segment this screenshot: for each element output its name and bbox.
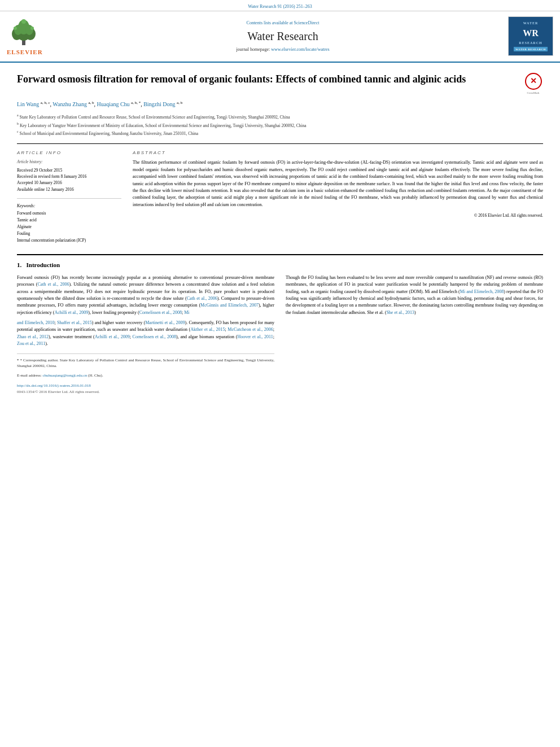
homepage-url[interactable]: www.elsevier.com/locate/watres xyxy=(271,47,329,52)
ref-cath-2006b[interactable]: Cath et al., 2006 xyxy=(187,296,217,301)
ref-akther-2015[interactable]: Akther et al., 2015 xyxy=(190,327,225,332)
ref-she-2013[interactable]: She et al., 2013 xyxy=(386,310,414,315)
sciencedirect-link[interactable]: ScienceDirect xyxy=(294,20,320,25)
kw-1: Forward osmosis xyxy=(17,210,121,217)
svg-point-5 xyxy=(14,25,22,35)
ref-and-elimelech-2010[interactable]: and Elimelech, 2010 xyxy=(17,320,55,325)
crossmark-label: CrossMark xyxy=(527,91,539,95)
ref-cornelissen-2008b[interactable]: Cornelissen et al., 2008 xyxy=(133,334,176,339)
article-title-section: Forward osmosis filtration for removal o… xyxy=(17,73,543,95)
ref-hoover-2011[interactable]: Hoover et al., 2011 xyxy=(237,334,273,339)
history-section: Article history: Received 29 October 201… xyxy=(17,159,121,193)
author-bingzhi-dong[interactable]: Bingzhi Dong xyxy=(143,101,175,107)
svg-point-8 xyxy=(30,27,34,30)
svg-point-7 xyxy=(14,27,17,30)
author-wanzhu-zhang[interactable]: Wanzhu Zhang xyxy=(53,101,87,107)
available: Available online 12 January 2016 xyxy=(17,186,121,193)
author-bingzhi-dong-sup: a, b xyxy=(177,101,182,105)
copyright-line: © 2016 Elsevier Ltd. All rights reserved… xyxy=(133,213,543,219)
authors-line: Lin Wang a, b, c, Wanzhu Zhang a, b, Hua… xyxy=(17,101,543,108)
ref-cornelissen-2008[interactable]: Cornelissen et al., 2008 xyxy=(139,310,182,315)
affil-a: a State Key Laboratory of Pollution Cont… xyxy=(17,113,543,120)
footnote-email-link[interactable]: chuhuaqiang@tongji.edu.cn xyxy=(43,373,88,378)
homepage-line: journal homepage: www.elsevier.com/locat… xyxy=(58,46,508,53)
ref-mi-2010[interactable]: Mi xyxy=(184,310,189,315)
received: Received 29 October 2015 xyxy=(17,167,121,173)
author-lin-wang-sup: a, b, c xyxy=(41,101,50,105)
intro-two-col: Forward osmosis (FO) has recently become… xyxy=(17,274,543,395)
history-label: Article history: xyxy=(17,159,121,165)
intro-para-2: and Elimelech, 2010; Shaffer et al., 201… xyxy=(17,320,274,348)
footnote-email: E-mail address: chuhuaqiang@tongji.edu.c… xyxy=(17,373,274,379)
copy-footer: 0043-1354/© 2016 Elsevier Ltd. All right… xyxy=(17,389,274,395)
intro-right-para-1: Though the FO fouling has been evaluated… xyxy=(286,274,543,316)
elsevier-label: ELSEVIER xyxy=(7,48,43,56)
section-title: 1. Introduction xyxy=(17,261,543,269)
accepted: Accepted 10 January 2016 xyxy=(17,180,121,186)
journal-center: Contents lists available at ScienceDirec… xyxy=(58,20,508,53)
divider xyxy=(17,198,121,199)
wr-logo-water: WATER xyxy=(523,21,539,25)
svg-point-9 xyxy=(21,19,26,24)
footnote-star: * xyxy=(17,358,19,362)
abstract-heading: ABSTRACT xyxy=(133,150,543,156)
article-content: Forward osmosis filtration for removal o… xyxy=(0,63,560,401)
crossmark-icon[interactable]: ✕ xyxy=(525,73,542,90)
section-name: Introduction xyxy=(27,261,60,268)
author-huaqiang-chu[interactable]: Huaqiang Chu xyxy=(97,101,130,107)
kw-4: Fouling xyxy=(17,230,121,237)
received-revised: Received in revised form 8 January 2016 xyxy=(17,173,121,180)
crossmark: ✕ CrossMark xyxy=(523,73,543,95)
ref-martinetti-2009[interactable]: Martinetti et al., 2009 xyxy=(145,320,185,325)
article-title: Forward osmosis filtration for removal o… xyxy=(17,73,518,86)
wr-logo-wr: WR xyxy=(523,27,539,40)
ref-achilli-2009[interactable]: Achilli et al., 2009 xyxy=(54,310,88,315)
elsevier-tree-icon xyxy=(7,16,41,47)
journal-title-header: Water Research xyxy=(58,28,508,44)
journal-ref: Water Research 91 (2016) 251–263 xyxy=(248,4,312,9)
wr-logo-research: RESEARCH xyxy=(519,41,542,45)
doi-link[interactable]: http://dx.doi.org/10.1016/j.watres.2016.… xyxy=(17,383,91,388)
intro-para-1: Forward osmosis (FO) has recently become… xyxy=(17,274,274,316)
svg-point-6 xyxy=(25,25,33,35)
ref-zou-2011[interactable]: Zou et al., 2011 xyxy=(17,341,45,346)
ref-mi-elimelech-2008[interactable]: Mi and Elimelech, 2008 xyxy=(460,289,504,294)
keywords-section: Keywords: Forward osmosis Tannic acid Al… xyxy=(17,203,121,244)
footnote-corresponding: * * Corresponding author. State Key Labo… xyxy=(17,357,274,369)
author-wanzhu-zhang-sup: a, b xyxy=(88,101,94,105)
affil-b: b Key Laboratory of Yangtze Water Enviro… xyxy=(17,121,543,129)
footnote-area: * * Corresponding author. State Key Labo… xyxy=(17,353,274,379)
ref-shaffer-2015[interactable]: Shaffer et al., 2015 xyxy=(57,320,92,325)
ref-achilli-2009b[interactable]: Achilli et al., 2009 xyxy=(95,334,130,339)
intro-left: Forward osmosis (FO) has recently become… xyxy=(17,274,274,395)
introduction-section: 1. Introduction Forward osmosis (FO) has… xyxy=(17,254,543,395)
top-bar: Water Research 91 (2016) 251–263 xyxy=(0,0,560,11)
ref-zhao-2012[interactable]: Zhao et al., 2012 xyxy=(17,334,49,339)
wr-logo: WATER WR RESEARCH WATER RESEARCH xyxy=(508,16,553,56)
ref-cath-2006[interactable]: Cath et al., 2006 xyxy=(37,282,69,287)
keywords-label: Keywords: xyxy=(17,203,121,209)
ref-mccutcheon-2006[interactable]: McCutcheon et al., 2006 xyxy=(228,327,273,332)
doi-footer: http://dx.doi.org/10.1016/j.watres.2016.… xyxy=(17,383,274,389)
elsevier-logo: ELSEVIER xyxy=(7,16,58,56)
left-col: ARTICLE INFO Article history: Received 2… xyxy=(17,150,121,244)
article-info-heading: ARTICLE INFO xyxy=(17,150,121,156)
affil-c: c School of Municipal and Environmental … xyxy=(17,129,543,137)
abstract-text: The filtration performance of combined o… xyxy=(133,159,543,208)
author-huaqiang-chu-sup: a, b, * xyxy=(131,101,141,105)
kw-3: Alginate xyxy=(17,224,121,230)
wr-logo-subtitle: WATER RESEARCH xyxy=(515,47,546,51)
kw-5: Internal concentration polarization (ICP… xyxy=(17,237,121,244)
kw-2: Tannic acid xyxy=(17,217,121,224)
article-info-abstract: ARTICLE INFO Article history: Received 2… xyxy=(17,143,543,244)
page: Water Research 91 (2016) 251–263 ELSEVIE… xyxy=(0,0,560,747)
affiliations: a State Key Laboratory of Pollution Cont… xyxy=(17,113,543,137)
intro-right: Though the FO fouling has been evaluated… xyxy=(286,274,543,395)
right-col: ABSTRACT The filtration performance of c… xyxy=(133,150,543,244)
ref-mcginnis-2007[interactable]: McGinnis and Elimelech, 2007 xyxy=(200,303,259,308)
author-lin-wang[interactable]: Lin Wang xyxy=(17,101,39,107)
journal-header: ELSEVIER Contents lists available at Sci… xyxy=(0,11,560,62)
section-number: 1. xyxy=(17,261,21,268)
contents-line: Contents lists available at ScienceDirec… xyxy=(58,20,508,26)
